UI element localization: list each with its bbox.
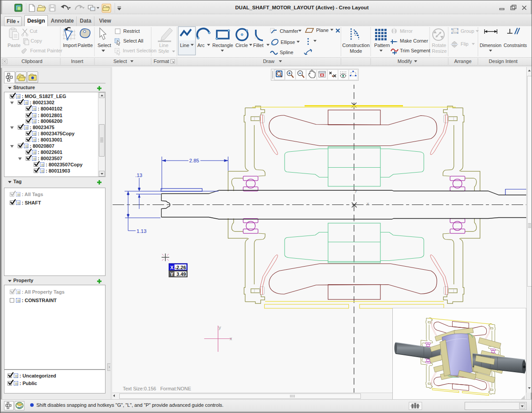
- svg-text:y: y: [219, 325, 221, 330]
- svg-text:Y: Y: [170, 271, 174, 277]
- svg-text:.13: .13: [135, 173, 142, 178]
- svg-text:X: X: [170, 265, 174, 270]
- svg-text:x: x: [367, 201, 369, 206]
- svg-text:1.13: 1.13: [137, 228, 146, 234]
- svg-text:-2.26: -2.26: [175, 265, 186, 270]
- svg-text:2.85: 2.85: [189, 158, 199, 163]
- svg-text:3.49: 3.49: [176, 271, 186, 277]
- svg-text:Text Size:0.156 Format:NONE: Text Size:0.156 Format:NONE: [123, 386, 191, 391]
